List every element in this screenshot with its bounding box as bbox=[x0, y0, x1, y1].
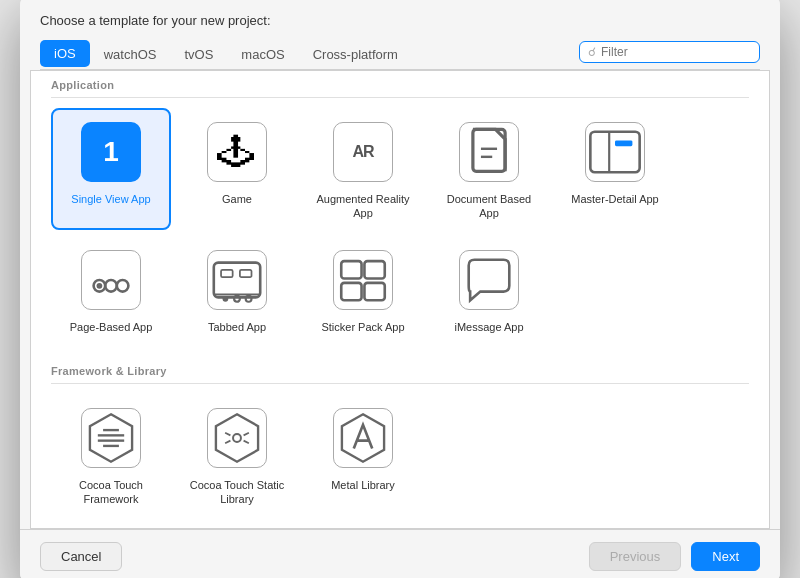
cancel-button[interactable]: Cancel bbox=[40, 542, 122, 571]
template-name-imessage: iMessage App bbox=[454, 320, 523, 334]
template-icon-ar: AR bbox=[331, 120, 395, 184]
template-name-cocoa-framework: Cocoa Touch Framework bbox=[61, 478, 161, 507]
svg-rect-20 bbox=[341, 283, 361, 300]
template-name-ar: Augmented Reality App bbox=[313, 192, 413, 221]
template-document[interactable]: Document Based App bbox=[429, 108, 549, 231]
template-name-tabbed: Tabbed App bbox=[208, 320, 266, 334]
dialog-title: Choose a template for your new project: bbox=[40, 13, 760, 28]
svg-marker-22 bbox=[90, 414, 132, 461]
dialog-header: Choose a template for your new project: … bbox=[20, 0, 780, 70]
svg-point-15 bbox=[246, 296, 252, 302]
template-icon-single-view: 1 bbox=[79, 120, 143, 184]
template-name-metal: Metal Library bbox=[331, 478, 395, 492]
template-game[interactable]: 🕹 Game bbox=[177, 108, 297, 231]
template-icon-cocoa-static bbox=[205, 406, 269, 470]
svg-point-9 bbox=[117, 280, 129, 292]
template-icon-master-detail bbox=[583, 120, 647, 184]
svg-rect-18 bbox=[341, 262, 361, 279]
template-page-based[interactable]: Page-Based App bbox=[51, 236, 171, 344]
svg-line-31 bbox=[244, 432, 249, 435]
framework-grid: Cocoa Touch Framework bbox=[51, 394, 749, 529]
svg-point-28 bbox=[233, 434, 241, 442]
template-icon-imessage bbox=[457, 248, 521, 312]
svg-line-29 bbox=[225, 432, 230, 435]
template-icon-metal bbox=[331, 406, 395, 470]
previous-button[interactable]: Previous bbox=[589, 542, 682, 571]
template-name-page-based: Page-Based App bbox=[70, 320, 153, 334]
svg-rect-17 bbox=[240, 270, 252, 277]
filter-icon: ☌ bbox=[588, 45, 596, 59]
template-tabbed[interactable]: Tabbed App bbox=[177, 236, 297, 344]
template-icon-sticker bbox=[331, 248, 395, 312]
next-button[interactable]: Next bbox=[691, 542, 760, 571]
filter-box: ☌ bbox=[579, 41, 760, 63]
template-cocoa-framework[interactable]: Cocoa Touch Framework bbox=[51, 394, 171, 517]
svg-rect-11 bbox=[214, 263, 260, 298]
svg-rect-16 bbox=[221, 270, 233, 277]
svg-text:🕹: 🕹 bbox=[217, 131, 254, 173]
svg-rect-6 bbox=[615, 140, 632, 146]
footer-left: Cancel bbox=[40, 542, 122, 571]
template-icon-page-based bbox=[79, 248, 143, 312]
tab-ios[interactable]: iOS bbox=[40, 40, 90, 67]
template-name-game: Game bbox=[222, 192, 252, 206]
svg-rect-4 bbox=[590, 131, 639, 172]
section-framework: Framework & Library bbox=[51, 357, 749, 384]
template-icon-document bbox=[457, 120, 521, 184]
template-name-sticker: Sticker Pack App bbox=[321, 320, 404, 334]
svg-point-14 bbox=[234, 296, 240, 302]
svg-rect-19 bbox=[364, 262, 384, 279]
application-grid: 1 Single View App 🕹 Game bbox=[51, 108, 749, 357]
svg-point-8 bbox=[105, 280, 117, 292]
svg-marker-27 bbox=[216, 414, 258, 461]
template-icon-cocoa-framework bbox=[79, 406, 143, 470]
template-imessage[interactable]: iMessage App bbox=[429, 236, 549, 344]
template-icon-tabbed bbox=[205, 248, 269, 312]
dialog-body: Application 1 Single View App 🕹 bbox=[30, 70, 770, 529]
svg-rect-21 bbox=[364, 283, 384, 300]
template-name-master-detail: Master-Detail App bbox=[571, 192, 658, 206]
tab-crossplatform[interactable]: Cross-platform bbox=[299, 41, 412, 68]
template-name-single-view: Single View App bbox=[71, 192, 150, 206]
svg-point-13 bbox=[223, 296, 229, 302]
tab-tvos[interactable]: tvOS bbox=[170, 41, 227, 68]
svg-line-30 bbox=[225, 440, 230, 443]
template-master-detail[interactable]: Master-Detail App bbox=[555, 108, 675, 231]
template-single-view[interactable]: 1 Single View App bbox=[51, 108, 171, 231]
template-cocoa-static[interactable]: Cocoa Touch Static Library bbox=[177, 394, 297, 517]
template-metal[interactable]: Metal Library bbox=[303, 394, 423, 517]
section-application: Application bbox=[51, 71, 749, 98]
tab-macos[interactable]: macOS bbox=[227, 41, 298, 68]
template-sticker[interactable]: Sticker Pack App bbox=[303, 236, 423, 344]
svg-point-10 bbox=[97, 283, 103, 289]
template-name-document: Document Based App bbox=[439, 192, 539, 221]
svg-line-32 bbox=[244, 440, 249, 443]
template-icon-game: 🕹 bbox=[205, 120, 269, 184]
tabs-row: iOS watchOS tvOS macOS Cross-platform ☌ bbox=[40, 40, 760, 70]
template-name-cocoa-static: Cocoa Touch Static Library bbox=[187, 478, 287, 507]
template-ar[interactable]: AR Augmented Reality App bbox=[303, 108, 423, 231]
new-project-dialog: Choose a template for your new project: … bbox=[20, 0, 780, 578]
filter-input[interactable] bbox=[601, 45, 751, 59]
dialog-footer: Cancel Previous Next bbox=[20, 529, 780, 578]
tab-watchos[interactable]: watchOS bbox=[90, 41, 171, 68]
